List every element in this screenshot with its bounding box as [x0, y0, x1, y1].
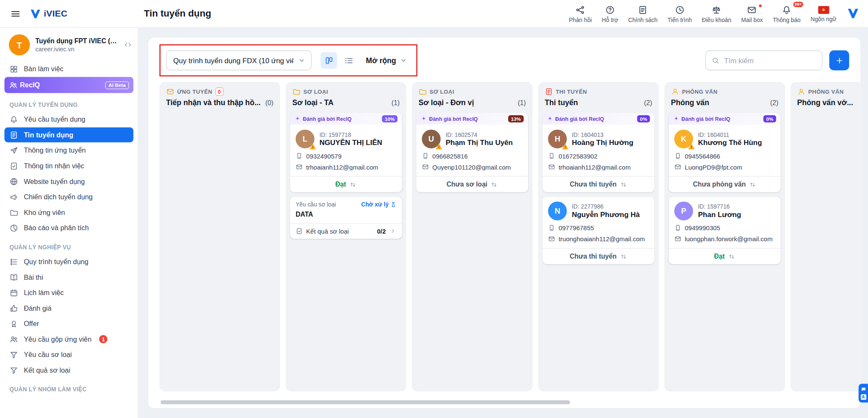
sort-arrows-icon[interactable] [349, 181, 356, 188]
card-status-footer[interactable]: Chưa phỏng vấn [669, 176, 781, 192]
sidebar-item-talent-pool[interactable]: Kho ứng viên [4, 205, 133, 220]
screening-request-card[interactable]: Yêu cầu sơ loại Chờ xử lý DATA [290, 197, 402, 239]
sidebar-item-merge-requests[interactable]: Yêu cầu gộp ứng viên 1 [4, 332, 133, 346]
candidate-card[interactable]: Đánh giá bởi RecIQ 0% H! ID: 1604013 Hoà… [542, 113, 654, 192]
sort-arrows-icon[interactable] [620, 253, 627, 260]
email-icon [674, 163, 682, 170]
nav-notifications[interactable]: 99+ Thông báo [768, 2, 806, 25]
pipeline-select[interactable]: Quy trình tuyển dụng FDX (10 ứng viên) [166, 50, 312, 70]
candidate-name[interactable]: Nguyễn Phương Hà [572, 210, 640, 219]
search-input[interactable] [724, 56, 816, 65]
sidebar-item-onboarding-info[interactable]: Thông tin nhận việc [4, 159, 133, 173]
column-header: SƠ LOẠI Sơ loại - TA (1) [286, 82, 406, 112]
candidate-card[interactable]: P ID: 1597716 Phan Lương 0949990305 luon… [669, 197, 781, 264]
nav-terms[interactable]: Điều khoản [697, 2, 736, 25]
workspace-avatar: T [9, 34, 30, 56]
sidebar-item-workspace[interactable]: Bàn làm việc [4, 61, 133, 76]
column-category: SƠ LOẠI [303, 89, 328, 95]
reciq-evaluation-bar: Đánh giá bởi RecIQ 0% [669, 113, 781, 124]
nav-progress[interactable]: Tiến trình [662, 2, 697, 25]
plus-icon [835, 56, 844, 65]
app-root: iVIEC Tin tuyển dụng Phản hồi Hỗ trợ Chí… [0, 0, 868, 418]
card-status-footer[interactable]: Đạt [669, 248, 781, 264]
sidebar-item-screening-results[interactable]: Kết quả sơ loại [4, 363, 133, 378]
hamburger-menu-icon[interactable] [10, 8, 21, 19]
kanban-board: ỨNG TUYỂN 0 Tiếp nhận và thu thập hồ... … [148, 82, 860, 391]
sort-arrows-icon[interactable] [749, 181, 756, 188]
column-category: PHỎNG VẤN [808, 89, 844, 95]
sidebar-item-evaluations[interactable]: Đánh giá [4, 301, 133, 315]
card-status-footer[interactable]: Chưa sơ loại [416, 176, 528, 192]
sidebar-item-schedule[interactable]: Lịch làm việc [4, 285, 133, 300]
iviec-logo[interactable]: iVIEC [29, 7, 67, 20]
candidate-name[interactable]: Khương Thế Hùng [698, 139, 762, 147]
candidate-name[interactable]: NGUYỄN THỊ LIÊN [320, 139, 382, 147]
sort-arrows-icon[interactable] [620, 181, 627, 188]
sidebar-item-job-postings[interactable]: Tin tuyển dụng [4, 127, 133, 142]
nav-feedback[interactable]: Phản hồi [564, 2, 597, 25]
nav-label: Tiến trình [668, 17, 692, 23]
sidebar-item-campaigns[interactable]: Chiến dịch tuyển dụng [4, 189, 133, 204]
doc-check-icon [295, 228, 303, 235]
iviec-shortcut-icon[interactable] [846, 6, 860, 20]
candidate-avatar: N [548, 201, 567, 220]
candidate-id: ID: 1604011 [698, 131, 762, 138]
card-status-footer[interactable]: Chưa thi tuyển [542, 248, 654, 264]
desk-grid-icon [9, 64, 18, 73]
column-cards: Đánh giá bởi RecIQ 0% H! ID: 1604013 Hoà… [538, 112, 659, 392]
sidebar-item-tests[interactable]: Bài thi [4, 270, 133, 284]
feedback-icon [576, 5, 586, 15]
candidate-name[interactable]: Hoàng Thị Hường [572, 139, 633, 147]
kanban-view-button[interactable] [320, 52, 337, 69]
kanban-column-screening-ta: SƠ LOẠI Sơ loại - TA (1) Đánh giá bởi Re… [286, 82, 406, 391]
chevron-down-icon [298, 56, 306, 64]
nav-mailbox[interactable]: Mail box [736, 2, 768, 25]
warning-badge-icon: ! [562, 143, 569, 149]
sort-arrows-icon[interactable] [491, 181, 498, 188]
candidate-name[interactable]: Phan Lương [698, 210, 741, 219]
sidebar-item-application-info[interactable]: Thông tin ứng tuyển [4, 143, 133, 158]
sidebar-item-offer[interactable]: Offer [4, 316, 133, 331]
expand-button[interactable]: Mở rộng [366, 56, 407, 65]
add-button[interactable] [829, 50, 849, 70]
column-cards: Đánh giá bởi RecIQ 10% L! ID: 1597718 NG… [286, 112, 406, 392]
sidebar-item-reciq[interactable]: RecIQ AI Beta [4, 77, 133, 93]
nav-policy[interactable]: Chính sách [623, 2, 662, 25]
sort-arrows-icon[interactable] [728, 253, 735, 260]
column-category: SƠ LOẠI [430, 89, 454, 95]
sidebar-item-career-website[interactable]: Website tuyển dụng [4, 174, 133, 189]
candidate-card[interactable]: Đánh giá bởi RecIQ 10% L! ID: 1597718 NG… [290, 113, 402, 192]
card-status-footer[interactable]: Đạt [290, 176, 402, 192]
screening-result-row[interactable]: Kết quả sơ loại 0/2 [290, 223, 402, 239]
card-status-footer[interactable]: Chưa thi tuyển [542, 176, 654, 192]
sidebar-item-reports[interactable]: Báo cáo và phân tích [4, 220, 133, 235]
candidate-card[interactable]: Đánh giá bởi RecIQ 13% U! ID: 1602574 Ph… [416, 113, 528, 192]
list-view-button[interactable] [340, 52, 357, 69]
status-label: Chưa sơ loại [446, 181, 487, 188]
reciq-sparkle-icon [421, 116, 427, 122]
horizontal-scrollbar-thumb[interactable] [161, 400, 570, 404]
column-title: Thi tuyển [545, 98, 640, 107]
sidebar-collapse-icon[interactable] [123, 40, 132, 49]
phone-icon [295, 152, 303, 159]
column-title: Phỏng vấn vớ... [797, 98, 860, 107]
nav-language[interactable]: ★ Ngôn ngữ [806, 2, 842, 25]
candidate-id: ID: 1604013 [572, 131, 633, 138]
nav-support[interactable]: Hỗ trợ [597, 2, 623, 25]
vietnam-flag-icon: ★ [818, 6, 829, 14]
search-box [705, 50, 823, 70]
workspace-switcher[interactable]: T Tuyển dụng FPT iVIEC (Demo) career.ivi… [0, 28, 138, 61]
sidebar-item-recruitment-requests[interactable]: Yêu cầu tuyển dụng [4, 112, 133, 127]
candidate-phone: 0966825816 [432, 153, 468, 159]
candidate-email: luongphan.forwork@gmail.com [685, 236, 773, 242]
list-view-icon [344, 56, 353, 65]
sidebar-item-pipelines[interactable]: Quy trình tuyển dụng [4, 254, 133, 269]
phone-icon [674, 152, 682, 159]
column-cards [159, 112, 280, 392]
sidebar-item-screening-requests[interactable]: Yêu cầu sơ loại [4, 347, 133, 362]
candidate-card[interactable]: Đánh giá bởi RecIQ 0% K! ID: 1604011 Khư… [669, 113, 781, 192]
candidate-card[interactable]: N ID: 2277986 Nguyễn Phương Hà 097796785… [542, 197, 654, 264]
candidate-name[interactable]: Phạm Thị Thu Uyên [445, 139, 512, 147]
send-icon [9, 146, 18, 155]
chat-widget[interactable]: A [859, 384, 868, 402]
